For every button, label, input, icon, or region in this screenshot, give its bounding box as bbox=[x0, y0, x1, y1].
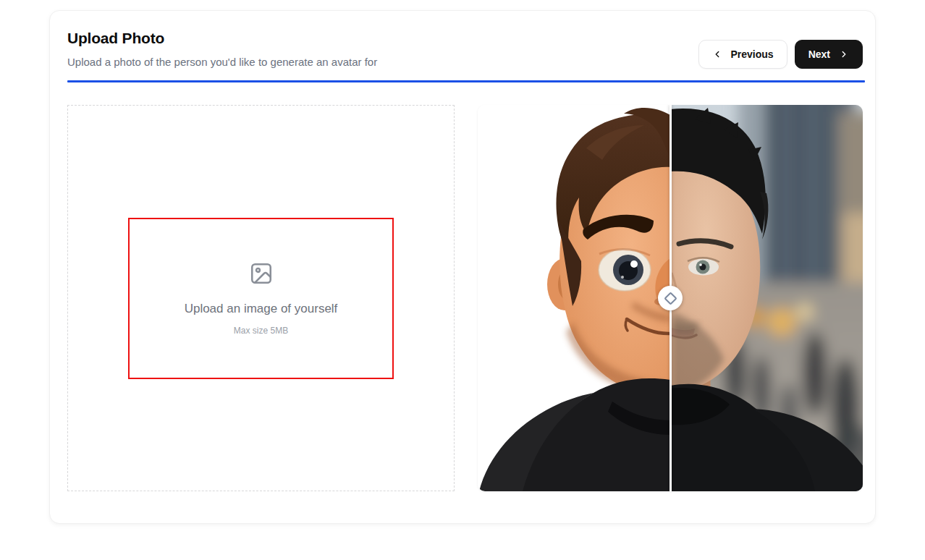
previous-button-label: Previous bbox=[731, 48, 774, 60]
content-row: Upload an image of yourself Max size 5MB bbox=[67, 105, 863, 491]
previous-button[interactable]: Previous bbox=[698, 40, 787, 69]
header-text: Upload Photo Upload a photo of the perso… bbox=[67, 30, 377, 68]
comparison-slider-handle[interactable] bbox=[658, 286, 683, 310]
upload-photo-card: Upload Photo Upload a photo of the perso… bbox=[49, 10, 876, 524]
card-header: Upload Photo Upload a photo of the perso… bbox=[67, 30, 863, 69]
page-title: Upload Photo bbox=[67, 30, 377, 47]
accent-divider bbox=[67, 80, 865, 82]
upload-dropzone-highlighted-area[interactable]: Upload an image of yourself Max size 5MB bbox=[128, 218, 394, 379]
upload-label: Upload an image of yourself bbox=[185, 302, 338, 316]
upload-size-hint: Max size 5MB bbox=[234, 326, 288, 336]
next-button-label: Next bbox=[808, 48, 830, 60]
page-subtitle: Upload a photo of the person you'd like … bbox=[67, 56, 377, 68]
avatar-before-half bbox=[478, 105, 671, 491]
upload-dropzone[interactable]: Upload an image of yourself Max size 5MB bbox=[67, 105, 455, 491]
chevron-right-icon bbox=[839, 49, 849, 59]
before-after-comparison-slider[interactable] bbox=[478, 105, 863, 491]
diamond-icon bbox=[664, 292, 677, 305]
next-button[interactable]: Next bbox=[795, 40, 863, 69]
photo-after-half bbox=[670, 105, 863, 491]
image-placeholder-icon bbox=[249, 261, 274, 289]
wizard-nav: Previous Next bbox=[698, 40, 863, 69]
chevron-left-icon bbox=[712, 49, 722, 59]
